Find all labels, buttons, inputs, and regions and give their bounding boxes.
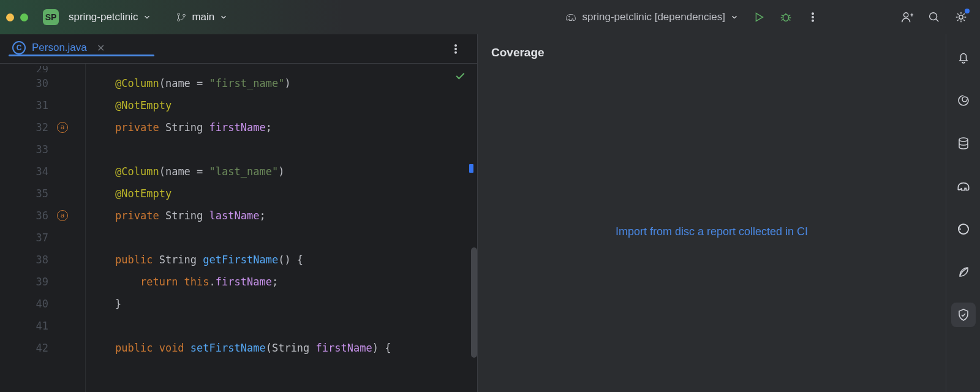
svg-point-10 (959, 15, 963, 19)
code-line[interactable]: private String firstName; (115, 116, 477, 138)
code-line[interactable]: @Column(name = "last_name") (115, 160, 477, 183)
notifications-tool-button[interactable] (951, 45, 976, 70)
editor-pane: C Person.java ✕ 29303132a33343536a373839… (0, 34, 478, 392)
editor-tabs: C Person.java ✕ (0, 34, 477, 64)
project-name: spring-petclinic (69, 11, 138, 23)
code-line[interactable] (115, 66, 477, 72)
svg-point-12 (455, 48, 457, 50)
code-line[interactable] (115, 315, 477, 337)
code-editor[interactable]: 29303132a33343536a373839404142 @Column(n… (0, 64, 477, 392)
coverage-tool-button[interactable] (951, 303, 976, 327)
bell-icon (956, 50, 971, 65)
elephant-icon (956, 178, 971, 194)
svg-point-14 (959, 138, 968, 141)
leaf-icon (956, 265, 971, 279)
add-user-icon (900, 10, 914, 24)
code-line[interactable]: return this.firstName; (115, 271, 477, 293)
window-controls (6, 13, 28, 21)
title-bar: SP spring-petclinic main spring-petclini… (0, 0, 980, 34)
svg-point-0 (178, 13, 180, 16)
spring-tool-button[interactable] (951, 260, 976, 284)
debug-button[interactable] (775, 7, 796, 28)
search-icon (927, 10, 941, 24)
vcs-branch-selector[interactable]: main (172, 9, 232, 26)
gutter-annotation-marker[interactable]: a (57, 122, 68, 133)
gutter-line: 30 (0, 72, 85, 94)
coverage-tool-window: Coverage Import from disc a report colle… (478, 34, 946, 392)
shield-check-icon (956, 307, 971, 322)
chevron-down-icon (730, 13, 739, 21)
inspection-ok-icon[interactable] (454, 70, 466, 85)
run-button[interactable] (748, 7, 769, 28)
code-line[interactable] (115, 138, 477, 160)
right-tool-stripe (946, 34, 980, 392)
editor-code-area[interactable]: @Column(name = "first_name")@NotEmptypri… (86, 64, 477, 392)
code-line[interactable]: @NotEmpty (115, 94, 477, 116)
gutter-line: 41 (0, 315, 85, 337)
zoom-dot[interactable] (20, 13, 28, 21)
run-config-selector[interactable]: spring-petclinic [dependencies] (560, 8, 742, 26)
coverage-empty-state: Import from disc a report collected in C… (478, 71, 946, 392)
code-line[interactable] (115, 227, 477, 249)
svg-point-5 (812, 13, 814, 15)
run-config-name: spring-petclinic [dependencies] (582, 11, 725, 23)
gutter-line: 42 (0, 337, 85, 359)
vertical-scrollbar-thumb[interactable] (471, 247, 477, 358)
code-with-me-button[interactable] (897, 7, 918, 28)
spiral-icon (956, 93, 971, 108)
more-actions-button[interactable] (802, 7, 823, 28)
gutter-line: 38 (0, 249, 85, 271)
gradle-tool-button[interactable] (951, 174, 976, 198)
code-line[interactable]: public void setFirstName(String firstNam… (115, 337, 477, 359)
branch-name: main (192, 11, 214, 23)
class-file-icon: C (12, 41, 26, 55)
gutter-annotation-marker[interactable]: a (57, 210, 68, 221)
play-icon (752, 10, 766, 24)
bug-icon (779, 10, 793, 24)
code-line[interactable]: } (115, 293, 477, 315)
tab-filename: Person.java (32, 42, 87, 54)
gutter-line: 32a (0, 116, 85, 138)
close-tab-button[interactable]: ✕ (97, 42, 105, 54)
project-selector[interactable]: spring-petclinic (65, 9, 155, 26)
coverage-title: Coverage (478, 34, 946, 71)
target-icon (956, 222, 971, 236)
elephant-icon (564, 10, 578, 24)
editor-tab-person[interactable]: C Person.java ✕ (9, 41, 154, 55)
gutter-line: 36a (0, 205, 85, 227)
more-vertical-icon (807, 11, 819, 23)
branch-icon (176, 12, 187, 23)
gutter-line: 34 (0, 160, 85, 183)
gutter-line: 35 (0, 183, 85, 205)
settings-button[interactable] (951, 7, 971, 28)
svg-point-7 (812, 20, 814, 22)
editor-gutter: 29303132a33343536a373839404142 (0, 64, 86, 392)
error-stripe-mark[interactable] (469, 164, 473, 173)
gutter-line: 37 (0, 227, 85, 249)
svg-point-2 (183, 14, 186, 17)
svg-point-13 (455, 51, 457, 53)
chevron-down-icon (143, 13, 151, 21)
gutter-line: 40 (0, 293, 85, 315)
search-button[interactable] (924, 7, 944, 28)
editor-tab-more-button[interactable] (445, 39, 466, 59)
code-line[interactable]: private String lastName; (115, 205, 477, 227)
ai-assistant-tool-button[interactable] (951, 88, 976, 113)
database-tool-button[interactable] (951, 131, 976, 156)
chevron-down-icon (219, 13, 228, 21)
more-vertical-icon (450, 43, 462, 55)
import-coverage-link[interactable]: Import from disc a report collected in C… (616, 225, 808, 238)
svg-point-11 (455, 44, 457, 46)
svg-point-4 (783, 14, 788, 21)
code-line[interactable]: @Column(name = "first_name") (115, 72, 477, 94)
gutter-line: 31 (0, 94, 85, 116)
gutter-line: 29 (0, 66, 85, 72)
svg-point-3 (568, 16, 569, 17)
project-badge: SP (43, 9, 59, 25)
maven-tool-button[interactable] (951, 217, 976, 241)
minimize-dot[interactable] (6, 13, 14, 21)
code-line[interactable]: public String getFirstName() { (115, 249, 477, 271)
svg-point-8 (904, 13, 908, 17)
svg-point-6 (812, 17, 814, 18)
code-line[interactable]: @NotEmpty (115, 183, 477, 205)
